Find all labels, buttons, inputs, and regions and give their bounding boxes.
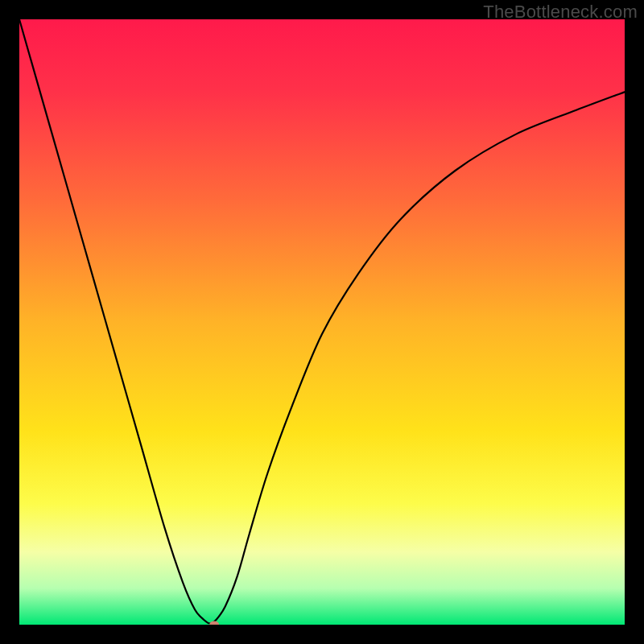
chart-background [19,19,625,625]
chart-frame [19,19,625,625]
bottleneck-chart [19,19,625,625]
